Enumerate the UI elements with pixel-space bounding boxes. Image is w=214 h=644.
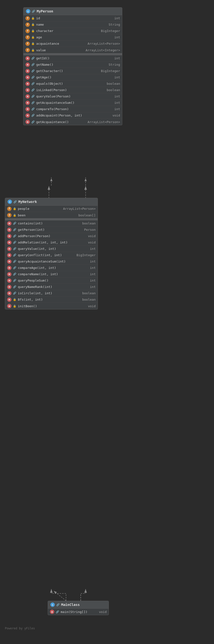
mynetwork-method-contains: m 🔗 contains(int) boolean (5, 220, 98, 227)
mynetwork-section-divider (5, 218, 98, 220)
link-icon-queryvalue-net: 🔗 (13, 247, 16, 250)
field-type-acquaintance: ArrayList<Person> (88, 42, 120, 46)
method-name-queryconflict: queryConflict(int, int) (18, 253, 75, 257)
method-name-islinked: isLinked(Person) (36, 88, 105, 92)
field-name-acquaintance: acquaintance (36, 42, 86, 46)
mynetwork-method-bfs: m 🔒 Bfs(int, int) boolean (5, 296, 98, 303)
method-name-initbeen: initBeen() (18, 304, 87, 308)
method-badge-addperson: m (7, 234, 12, 238)
mynetwork-class-badge: c (8, 200, 12, 204)
method-type-islinked: boolean (107, 88, 120, 92)
myperson-class-box: c 🔗 MyPerson f 🔒 id int f 🔒 name String … (23, 7, 122, 125)
field-name-id: id (36, 16, 113, 20)
method-name-comparename: compareName(int, int) (18, 272, 89, 276)
method-type-getage: int (114, 76, 120, 79)
link-icon-getid: 🔗 (31, 57, 35, 60)
link-icon-getname: 🔗 (31, 63, 35, 66)
method-badge-iscircle: m (7, 291, 12, 296)
method-type-querypeoplesum: int (90, 279, 96, 282)
field-type-people: ArrayList<Person> (63, 207, 96, 210)
field-name-age: age (36, 36, 113, 39)
mynetwork-header: c 🔗 MyNetwork (5, 198, 98, 206)
link-icon-getacquaintance: 🔗 (31, 120, 35, 124)
field-name-name: name (36, 23, 107, 26)
myperson-section-divider (24, 53, 122, 55)
mainclass-link-icon: 🔗 (56, 603, 60, 606)
method-name-queryacquaintancesum: queryAcquaintanceSum(int) (18, 260, 89, 263)
lock-icon-initbeen: 🔒 (13, 304, 16, 308)
method-type-queryvalue-net: int (90, 247, 96, 250)
mynetwork-method-queryconflict: m 🔗 queryConflict(int, int) BigInteger (5, 252, 98, 258)
method-name-addacquaint: addAcquaint(Person, int) (36, 114, 111, 117)
footer: Powered by yFiles (5, 627, 35, 630)
method-name-compareto: compareTo(Person) (36, 107, 113, 111)
method-type-compareto: int (114, 107, 120, 111)
method-type-iscircle: boolean (82, 291, 96, 295)
myperson-field-value: f 🔒 value ArrayList<Integer> (24, 47, 122, 53)
field-type-name: String (109, 23, 120, 26)
method-type-contains: boolean (82, 222, 96, 225)
method-badge-getcharacter: m (26, 69, 30, 73)
method-badge-getid: m (26, 56, 30, 60)
method-badge-getage: m (26, 75, 30, 80)
method-type-comparename: int (90, 272, 96, 276)
lock-icon-age: 🔒 (31, 36, 35, 39)
method-badge-queryconflict: m (7, 253, 12, 258)
method-name-main: main(String[]) (61, 610, 98, 614)
myperson-method-getacquaintance: m 🔗 getAcquaintance() ArrayList<Person> (24, 119, 122, 125)
lock-icon-name: 🔒 (31, 23, 35, 26)
method-type-addrelation: void (88, 240, 96, 244)
mynetwork-method-addrelation: m 🔗 addRelation(int, int, int) void (5, 239, 98, 246)
method-badge-querypeoplesum: m (7, 278, 12, 283)
method-badge-getacquaintancesum: m (26, 100, 30, 105)
method-type-getcharacter: BigInteger (101, 69, 120, 73)
link-icon-main: 🔗 (56, 610, 59, 614)
mainclass-class-name: MainClass (61, 603, 80, 607)
myperson-fields-section: f 🔒 id int f 🔒 name String f 🔒 character… (24, 15, 122, 53)
field-badge-age: f (26, 35, 30, 40)
method-badge-islinked: m (26, 88, 30, 92)
link-icon-addacquaint: 🔗 (31, 114, 35, 117)
link-icon-queryacquaintancesum: 🔗 (13, 260, 16, 263)
lock-icon-people: 🔒 (13, 207, 16, 210)
method-badge-comparename: m (7, 272, 12, 276)
lock-icon-been: 🔒 (13, 214, 16, 217)
myperson-method-addacquaint: m 🔗 addAcquaint(Person, int) void (24, 112, 122, 119)
method-type-compareage: int (90, 266, 96, 270)
method-badge-getperson: m (7, 228, 12, 232)
link-icon-getperson: 🔗 (13, 228, 16, 232)
field-type-age: int (114, 36, 120, 39)
method-badge-addrelation: m (7, 240, 12, 245)
link-icon-addrelation: 🔗 (13, 241, 16, 244)
method-type-getperson: Person (84, 228, 96, 232)
myperson-class-name: MyPerson (37, 9, 53, 13)
mynetwork-method-queryvalue: m 🔗 queryValue(int, int) int (5, 246, 98, 252)
field-badge-been: f (7, 213, 12, 217)
method-badge-querynamerank: m (7, 285, 12, 289)
method-type-initbeen: void (88, 304, 96, 308)
method-name-iscircle: isCircle(int, int) (18, 291, 81, 295)
link-icon-querypeoplesum: 🔗 (13, 279, 16, 282)
method-badge-contains: m (7, 221, 12, 226)
myperson-method-getid: m 🔗 getId() int (24, 55, 122, 62)
svg-line-5 (54, 591, 66, 601)
link-icon-querynamerank: 🔗 (13, 285, 16, 289)
mainclass-methods-section: m 🔗 main(String[]) void (48, 608, 109, 615)
myperson-method-compareto: m 🔗 compareTo(Person) int (24, 106, 122, 112)
method-type-getname: String (109, 63, 120, 66)
method-badge-queryvalue-net: m (7, 247, 12, 251)
myperson-field-character: f 🔒 character BigInteger (24, 28, 122, 34)
lock-icon-value: 🔒 (31, 48, 35, 52)
link-icon-comparename: 🔗 (13, 272, 16, 276)
mynetwork-method-queryacquaintancesum: m 🔗 queryAcquaintanceSum(int) int (5, 258, 98, 265)
mainclass-header: c 🔗 MainClass (48, 601, 109, 608)
mynetwork-field-people: f 🔒 people ArrayList<Person> (5, 206, 98, 212)
method-name-getperson: getPerson(int) (18, 228, 83, 232)
method-name-querynamerank: queryNameRank(int) (18, 285, 89, 289)
method-type-getacquaintance: ArrayList<Person> (88, 120, 120, 124)
myperson-method-getage: m 🔗 getAge() int (24, 74, 122, 80)
lock-icon-bfs: 🔒 (13, 298, 16, 301)
myperson-header: c 🔗 MyPerson (24, 8, 122, 15)
method-type-equals: boolean (107, 82, 120, 86)
method-name-queryvalue: queryValue(Person) (36, 94, 113, 98)
